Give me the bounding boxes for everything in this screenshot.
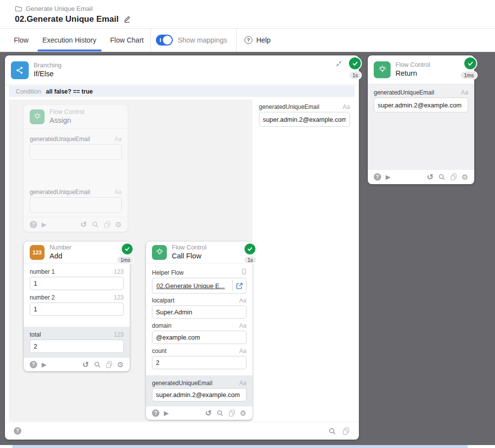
settings-gear-icon[interactable]: ⚙	[240, 409, 247, 417]
type-text-icon: Aa	[461, 89, 468, 96]
type-text-icon: Aa	[114, 189, 122, 196]
type-text-icon: Aa	[343, 103, 350, 110]
duration-badge: 1ms	[116, 255, 134, 264]
node-category: Flow Control	[172, 244, 206, 252]
help-icon[interactable]: ?	[374, 173, 381, 181]
branching-if-else-card[interactable]: Branching If/Else 1s Condition all false…	[5, 55, 359, 440]
external-link-icon[interactable]	[236, 282, 243, 290]
localpart-input[interactable]	[152, 305, 247, 319]
number-1-input[interactable]	[30, 277, 124, 290]
toggle-on-mark	[160, 38, 161, 42]
tab-execution-history-label: Execution History	[43, 36, 97, 44]
output-section: total 123	[24, 327, 130, 357]
flow-canvas[interactable]: Branching If/Else 1s Condition all false…	[0, 52, 495, 448]
help-icon: ?	[245, 36, 252, 44]
search-icon[interactable]	[92, 221, 99, 228]
branch-generated-email-field: generatedUniqueEmail Aa	[259, 103, 350, 127]
total-input[interactable]	[30, 340, 124, 353]
history-icon[interactable]: ↺	[80, 221, 87, 229]
help-button[interactable]: ? Help	[237, 29, 279, 51]
folder-icon	[15, 5, 22, 12]
type-text-icon: Aa	[114, 136, 122, 143]
tab-bar: Flow Execution History Flow Chart Show m…	[0, 29, 495, 52]
type-number-icon: 123	[114, 268, 124, 275]
run-step-icon[interactable]: ▶	[42, 221, 47, 228]
show-mappings-toggle[interactable]	[156, 35, 173, 46]
count-input[interactable]	[152, 356, 247, 369]
callflow-generated-email-input[interactable]	[152, 388, 247, 401]
history-icon[interactable]: ↺	[82, 361, 89, 369]
domain-input[interactable]	[152, 331, 247, 344]
next-row-peek	[12, 445, 468, 448]
node-name: Call Flow	[172, 251, 206, 260]
tab-flow-chart[interactable]: Flow Chart	[103, 29, 151, 51]
search-icon[interactable]	[438, 173, 446, 181]
run-step-icon[interactable]: ▶	[386, 174, 391, 180]
type-text-icon: Aa	[239, 297, 247, 304]
type-number-icon: 123	[114, 294, 124, 301]
node-category: Flow Control	[396, 61, 430, 69]
output-section: generatedUniqueEmail Aa	[146, 375, 252, 406]
search-icon[interactable]	[216, 409, 224, 417]
node-name: Add	[50, 251, 71, 260]
show-mappings-label: Show mappings	[178, 36, 227, 44]
search-icon[interactable]	[328, 427, 336, 435]
help-icon[interactable]: ?	[30, 221, 37, 228]
success-check-badge	[463, 56, 477, 70]
toggle-knob	[163, 36, 172, 45]
type-text-icon: Aa	[239, 380, 247, 387]
branch-generated-email-input[interactable]	[259, 112, 350, 127]
collapse-icon[interactable]	[336, 60, 342, 69]
field-label: generatedUniqueEmail	[30, 136, 90, 143]
settings-gear-icon[interactable]: ⚙	[117, 361, 124, 368]
assign-card[interactable]: Flow Control Assign generatedUniqueEmail…	[24, 105, 128, 232]
call-flow-card[interactable]: Flow Control Call Flow 1s Helper Flow 02…	[146, 242, 252, 420]
tab-flow[interactable]: Flow	[7, 29, 36, 51]
tab-flow-label: Flow	[14, 36, 29, 44]
copy-icon[interactable]	[342, 427, 350, 435]
edit-title-pencil-icon[interactable]	[123, 15, 131, 23]
copy-icon[interactable]	[103, 221, 111, 228]
search-icon[interactable]	[94, 361, 101, 368]
helper-flow-link[interactable]: 02.Generate Unique E...	[156, 282, 229, 290]
history-icon[interactable]: ↺	[427, 173, 433, 181]
copy-icon[interactable]	[105, 361, 113, 368]
page-title: 02.Generate Unique Email	[15, 14, 119, 24]
settings-gear-icon[interactable]: ⚙	[115, 221, 122, 228]
branching-card-footer: ?	[5, 422, 359, 440]
history-icon[interactable]: ↺	[205, 409, 211, 417]
helper-flow-input: 02.Generate Unique E...	[152, 278, 247, 294]
return-card[interactable]: Flow Control Return 1ms generatedUniqueE…	[368, 55, 474, 184]
run-step-icon[interactable]: ▶	[42, 361, 47, 368]
condition-bar: Condition all false? == true	[9, 86, 355, 97]
breadcrumb-label: Generate Unique Email	[26, 5, 93, 12]
flow-control-icon	[152, 245, 167, 260]
copy-icon[interactable]	[450, 173, 457, 181]
help-icon[interactable]: ?	[30, 361, 37, 368]
run-step-icon[interactable]: ▶	[164, 410, 169, 416]
condition-value: all false? == true	[46, 88, 93, 95]
type-number-icon: 123	[114, 331, 124, 338]
node-category: Flow Control	[50, 108, 84, 116]
field-label: Helper Flow	[152, 269, 184, 276]
number-add-card[interactable]: 123 Number Add 1ms number 1 123	[24, 242, 130, 371]
breadcrumb[interactable]: Generate Unique Email	[15, 4, 495, 13]
type-text-icon: Aa	[239, 322, 247, 329]
input-divider	[232, 280, 233, 291]
help-icon[interactable]: ?	[14, 427, 21, 435]
settings-gear-icon[interactable]: ⚙	[462, 173, 468, 181]
tab-execution-history[interactable]: Execution History	[36, 29, 103, 51]
number-2-input[interactable]	[30, 302, 124, 316]
success-check-badge	[244, 243, 256, 255]
field-label: number 1	[30, 268, 55, 275]
assign-generated-email-input-2[interactable]	[30, 197, 122, 213]
field-label: generatedUniqueEmail	[30, 189, 90, 196]
field-label: localpart	[152, 297, 174, 304]
help-icon[interactable]: ?	[152, 409, 159, 417]
flow-type-icon	[242, 268, 247, 275]
return-generated-email-input[interactable]	[374, 98, 468, 112]
number-icon-glyph: 123	[33, 249, 42, 255]
copy-icon[interactable]	[228, 409, 236, 417]
assign-generated-email-input-1[interactable]	[30, 144, 122, 160]
field-label: generatedUniqueEmail	[374, 89, 434, 96]
